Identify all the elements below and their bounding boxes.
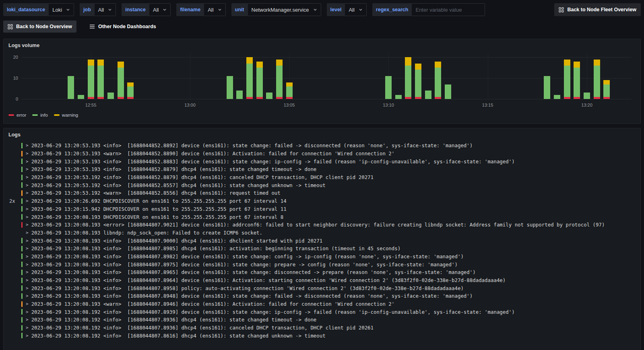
variable-input-regex_search[interactable] bbox=[412, 3, 485, 16]
chevron-right-icon[interactable]: > bbox=[26, 175, 29, 180]
legend-item-warning[interactable]: warning bbox=[54, 113, 78, 117]
log-row[interactable]: >2023-06-29 13:20:53.193 <info> [1688044… bbox=[7, 165, 640, 173]
log-row[interactable]: >2023-06-29 13:20:08.192 <info> [1688044… bbox=[7, 324, 640, 332]
log-row[interactable]: >2023-06-29 13:20:08.192 <info> [1688044… bbox=[7, 308, 640, 316]
log-row[interactable]: >2023-06-29 13:20:08.193 <warn> [1688044… bbox=[7, 300, 640, 308]
chevron-right-icon[interactable]: > bbox=[26, 293, 29, 299]
variable-filename: filenameAll bbox=[176, 3, 225, 16]
legend-item-error[interactable]: error bbox=[8, 113, 26, 117]
chevron-right-icon[interactable]: > bbox=[26, 246, 29, 251]
chevron-right-icon[interactable]: > bbox=[26, 151, 29, 156]
chevron-right-icon[interactable]: > bbox=[26, 214, 29, 220]
variable-loki_datasource: loki_datasourceLoki bbox=[3, 3, 74, 16]
other-node-dashboards-button[interactable]: Other Node Dashboards bbox=[88, 20, 158, 33]
chevron-right-icon[interactable]: > bbox=[26, 238, 29, 243]
chevron-right-icon[interactable]: > bbox=[26, 159, 29, 164]
chevron-right-icon[interactable]: > bbox=[26, 254, 29, 259]
log-line-text: 2023-06-29 13:20:15.942 DHCPDISCOVER on … bbox=[31, 206, 287, 212]
variable-job: jobAll bbox=[80, 3, 116, 16]
log-row[interactable]: >2023-06-29 13:20:08.193 <info> [1688044… bbox=[7, 292, 640, 300]
chevron-right-icon[interactable]: > bbox=[26, 325, 29, 330]
back-to-node-overview-button[interactable]: Back to Node Overview bbox=[3, 21, 76, 33]
log-line-text: 2023-06-29 13:20:08.193 <info> [16880448… bbox=[31, 238, 323, 244]
log-row[interactable]: >2023-06-29 13:20:53.193 <info> [1688044… bbox=[7, 142, 640, 150]
variable-select-job[interactable]: All bbox=[95, 3, 116, 16]
variable-select-loki_datasource[interactable]: Loki bbox=[49, 3, 74, 16]
log-level-indicator-error bbox=[21, 222, 23, 228]
log-row[interactable]: >2023-06-29 13:20:08.193 <info> [1688044… bbox=[7, 253, 640, 261]
variable-select-instance[interactable]: All bbox=[149, 3, 171, 16]
log-level-indicator-warn bbox=[21, 190, 23, 196]
bar-segment-info bbox=[97, 66, 104, 97]
chevron-right-icon[interactable]: > bbox=[26, 167, 29, 172]
log-row[interactable]: >2023-06-29 13:20:08.192 <info> [1688044… bbox=[7, 316, 640, 324]
log-row[interactable]: >2023-06-29 13:20:08.192 <info> [1688044… bbox=[7, 332, 640, 340]
logs-volume-panel-title[interactable]: Logs volume bbox=[4, 39, 640, 50]
chevron-right-icon[interactable]: > bbox=[26, 222, 29, 227]
variable-value-job: All bbox=[98, 7, 104, 13]
bar-segment-warning bbox=[88, 60, 94, 66]
chevron-right-icon[interactable]: > bbox=[26, 309, 29, 315]
log-dedup-count: 2x bbox=[7, 198, 21, 204]
legend-item-info[interactable]: info bbox=[32, 113, 48, 117]
chevron-right-icon[interactable]: > bbox=[26, 230, 29, 235]
log-level-indicator-info bbox=[21, 333, 23, 338]
chevron-right-icon[interactable]: > bbox=[26, 270, 29, 275]
log-row[interactable]: >2023-06-29 13:20:53.192 <info> [1688044… bbox=[7, 173, 640, 181]
bar-segment-error bbox=[435, 97, 441, 99]
bar-segment-info bbox=[276, 66, 283, 97]
log-row[interactable]: >2023-06-29 13:20:08.193 <info> [1688044… bbox=[7, 276, 640, 284]
legend-swatch-error bbox=[8, 114, 14, 116]
log-row[interactable]: >2023-06-29 13:20:15.942 DHCPDISCOVER on… bbox=[7, 205, 640, 213]
chevron-right-icon[interactable]: > bbox=[26, 278, 29, 283]
variable-select-filename[interactable]: All bbox=[204, 3, 225, 16]
x-axis-label: 13:20 bbox=[581, 103, 592, 107]
log-row[interactable]: >2023-06-29 13:20:08.193 <info> [1688044… bbox=[7, 284, 640, 292]
variable-value-level: All bbox=[349, 7, 354, 13]
log-level-indicator-info bbox=[21, 159, 23, 164]
bar-segment-info bbox=[603, 84, 610, 97]
bar-segment-info bbox=[544, 76, 550, 99]
chevron-right-icon[interactable]: > bbox=[26, 183, 29, 188]
log-line-text: 2023-06-29 13:20:08.192 <info> [16880448… bbox=[31, 333, 326, 339]
log-row[interactable]: >2023-06-29 13:20:08.193 <error> [168804… bbox=[7, 221, 640, 229]
chevron-down-icon bbox=[218, 8, 222, 12]
log-row[interactable]: >2023-06-29 13:20:53.192 <info> [1688044… bbox=[7, 181, 640, 189]
chevron-right-icon[interactable]: > bbox=[26, 333, 29, 338]
log-row[interactable]: >2023-06-29 13:20:08.193 <info> [1688044… bbox=[7, 237, 640, 245]
back-to-node-fleet-overview-button[interactable]: Back to Node Fleet Overview bbox=[554, 3, 641, 16]
logs-panel-title[interactable]: Logs bbox=[4, 128, 640, 139]
variable-select-unit[interactable]: NetworkManager.service bbox=[248, 3, 321, 16]
chevron-right-icon[interactable]: > bbox=[26, 190, 29, 196]
log-row[interactable]: >2023-06-29 13:20:53.193 <info> [1688044… bbox=[7, 157, 640, 165]
y-gridline bbox=[21, 78, 632, 78]
chevron-right-icon[interactable]: > bbox=[26, 301, 29, 307]
chevron-right-icon[interactable]: > bbox=[26, 206, 29, 212]
log-line-text: 2023-06-29 13:20:08.193 <info> [16880448… bbox=[31, 269, 476, 275]
variable-regex_search: regex_search bbox=[372, 3, 485, 16]
bar-segment-error bbox=[594, 97, 600, 99]
log-row[interactable]: >2023-06-29 13:20:08.193 <info> [1688044… bbox=[7, 245, 640, 253]
chevron-right-icon[interactable]: > bbox=[26, 143, 29, 148]
chevron-right-icon[interactable]: > bbox=[26, 198, 29, 204]
bar-segment-info bbox=[107, 93, 114, 99]
bar-segment-error bbox=[574, 97, 580, 99]
log-row[interactable]: >2023-06-29 13:20:53.193 <warn> [1688044… bbox=[7, 150, 640, 158]
log-row[interactable]: >2023-06-29 13:20:08.193 <info> [1688044… bbox=[7, 260, 640, 268]
chevron-right-icon[interactable]: > bbox=[26, 286, 29, 291]
bar-segment-warning bbox=[127, 82, 134, 86]
log-row[interactable]: >2023-06-29 13:20:08.193 libndp: ndp_soc… bbox=[7, 229, 640, 237]
log-level-indicator-warn bbox=[21, 301, 23, 307]
bar-segment-warning bbox=[246, 57, 253, 64]
bar-segment-error bbox=[564, 97, 570, 99]
log-row[interactable]: 2x>2023-06-29 13:20:26.692 DHCPDISCOVER … bbox=[7, 197, 640, 205]
variable-select-level[interactable]: All bbox=[345, 3, 366, 16]
chevron-right-icon[interactable]: > bbox=[26, 262, 29, 267]
log-line-text: 2023-06-29 13:20:08.193 <warn> [16880448… bbox=[31, 301, 395, 307]
chevron-right-icon[interactable]: > bbox=[26, 317, 29, 322]
log-row[interactable]: >2023-06-29 13:20:08.193 <info> [1688044… bbox=[7, 268, 640, 276]
bar-segment-info bbox=[286, 86, 293, 97]
log-row[interactable]: >2023-06-29 13:20:08.193 DHCPDISCOVER on… bbox=[7, 213, 640, 221]
logs-volume-plot-area[interactable]: 0102012:5513:0013:0513:1013:1513:20 bbox=[21, 53, 632, 99]
log-row[interactable]: >2023-06-29 13:20:53.192 <warn> [1688044… bbox=[7, 189, 640, 197]
